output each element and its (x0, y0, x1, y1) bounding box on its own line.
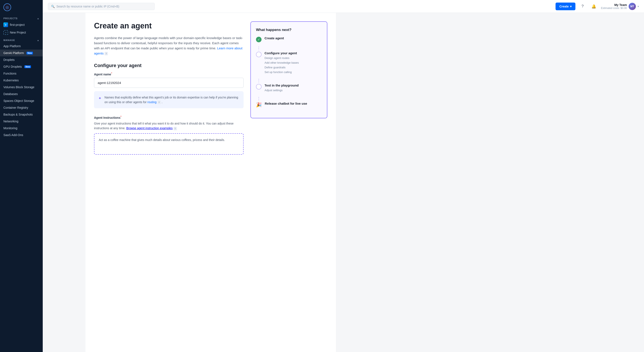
page-description: Agents combine the power of large langua… (94, 35, 244, 56)
instructions-label: Agent Instructions* (94, 115, 244, 119)
step-sub-item: Adjust settings (264, 88, 299, 93)
info-icon[interactable]: i (104, 52, 108, 55)
sidebar-item-saas-add-ons[interactable]: SaaS Add-Ons (0, 132, 43, 138)
agent-name-input[interactable] (94, 78, 244, 88)
sidebar-item-label: Spaces Object Storage (4, 99, 34, 102)
sidebar-item-label: GenAI Platform (4, 51, 24, 55)
step-sub-item: Add other knowledge bases (264, 60, 299, 65)
projects-chevron-icon: ▲ (37, 17, 39, 20)
instructions-description: Give your agent instructions that tell i… (94, 121, 244, 131)
sidebar-item-functions[interactable]: Functions (0, 70, 43, 77)
main-content: Create an agent Agents combine the power… (86, 13, 336, 352)
step-title-1: Configure your agent (264, 51, 299, 55)
sidebar-item-droplets[interactable]: Droplets (0, 56, 43, 63)
sidebar-item-networking[interactable]: Networking (0, 118, 43, 125)
sidebar-item-genai-platform[interactable]: GenAI PlatformNew (0, 49, 43, 56)
step-indicator-2 (256, 84, 262, 89)
step-subs-2: Adjust settings (264, 88, 299, 93)
sidebar-item-label: Monitoring (4, 126, 17, 130)
step-subs-1: Design agent routesAdd other knowledge b… (264, 56, 299, 74)
next-steps-container: ✓ Create agent Configure your agent Desi… (256, 36, 322, 108)
configure-section-title: Configure your agent (94, 63, 244, 68)
content-left: Create an agent Agents combine the power… (94, 21, 244, 344)
step-indicator-0: ✓ (256, 37, 262, 42)
sidebar-item-databases[interactable]: Databases (0, 91, 43, 97)
search-icon: 🔍 (51, 5, 55, 8)
page-title: Create an agent (94, 21, 244, 30)
content-right: What happens next? ✓ Create agent Config… (250, 21, 327, 344)
sidebar-item-label: Droplets (4, 58, 14, 61)
step-indicator-1 (256, 52, 262, 57)
step-sub-item: Set up function calling (264, 70, 299, 74)
notification-bell-icon[interactable]: 🔔 (590, 2, 598, 10)
user-info[interactable]: My Team Estimated costs: $0.00 MT ▾ (601, 3, 639, 10)
sidebar-item-app-platform[interactable]: App Platform (0, 43, 43, 49)
step-dashed-line-1 (258, 46, 259, 50)
sidebar-item-container-registry[interactable]: Container Registry (0, 104, 43, 111)
manage-chevron-icon: ▲ (37, 39, 39, 41)
user-name: My Team (601, 3, 627, 7)
next-step-3: 🎉 Release chatbot for live use (256, 97, 322, 108)
sidebar-item-label: Networking (4, 120, 18, 123)
first-project-icon: ● (4, 22, 8, 27)
agent-name-label: Agent name* (94, 72, 244, 76)
help-button[interactable]: ? (579, 2, 586, 10)
user-cost: Estimated costs: $0.00 (601, 7, 627, 9)
routing-link[interactable]: routing (148, 100, 156, 104)
step-sub-item: Define guardrails (264, 65, 299, 70)
sidebar-item-label: Volumes Block Storage (4, 85, 34, 89)
browse-examples-link[interactable]: Browse agent instruction examples (126, 126, 173, 130)
badge-genai-platform: New (26, 52, 33, 54)
examples-info-icon[interactable]: i (174, 127, 177, 130)
sidebar-item-label: SaaS Add-Ons (4, 133, 23, 137)
sidebar-item-gpu-droplets[interactable]: GPU DropletsNew (0, 63, 43, 70)
sidebar-item-label: Backups & Snapshots (4, 113, 33, 116)
logo-icon: ◎ (4, 3, 11, 11)
step-row-1: Configure your agent Design agent routes… (256, 51, 322, 74)
sidebar: ◎ PROJECTS ▲ ● first-project + New Proje… (0, 0, 43, 352)
next-panel-title: What happens next? (256, 28, 322, 32)
sidebar-item-label: GPU Droplets (4, 65, 22, 68)
step-title-0: Create agent (264, 36, 284, 40)
new-project-icon: + (4, 30, 8, 35)
sidebar-item-kubernetes[interactable]: Kubernetes (0, 77, 43, 84)
sidebar-logo: ◎ (0, 0, 43, 14)
chevron-down-icon: ▾ (570, 5, 572, 8)
topbar: 🔍 Search by resource name or public IP (… (43, 0, 644, 13)
projects-section-header: PROJECTS ▲ (0, 14, 43, 21)
sidebar-item-label: App Platform (4, 44, 21, 48)
topbar-right: Create ▾ ? 🔔 My Team Estimated costs: $0… (556, 2, 639, 10)
sparkle-icon: ✦ (98, 95, 102, 101)
manage-items: App PlatformGenAI PlatformNewDropletsGPU… (0, 43, 43, 138)
next-steps-panel: What happens next? ✓ Create agent Config… (250, 21, 327, 118)
create-button[interactable]: Create ▾ (556, 2, 576, 10)
step-content-2: Test in the playground Adjust settings (264, 83, 299, 93)
avatar: MT (628, 3, 636, 10)
step-row-3: 🎉 Release chatbot for live use (256, 102, 322, 108)
step-sub-item: Design agent routes (264, 56, 299, 60)
step-content-0: Create agent (264, 36, 284, 41)
sidebar-item-label: Databases (4, 92, 18, 96)
step-dashed-line-2 (258, 79, 259, 83)
sidebar-item-first-project[interactable]: ● first-project (0, 21, 43, 29)
sidebar-item-label: Container Registry (4, 106, 28, 109)
manage-section-header: MANAGE ▲ (0, 36, 43, 43)
step-content-3: Release chatbot for live use (265, 102, 307, 106)
sidebar-item-new-project[interactable]: + New Project (0, 29, 43, 36)
search-bar[interactable]: 🔍 Search by resource name or public IP (… (48, 3, 155, 10)
step-row-0: ✓ Create agent (256, 36, 322, 42)
routing-info-icon[interactable]: i (158, 101, 161, 104)
step-emoji-3: 🎉 (256, 102, 262, 108)
step-title-2: Test in the playground (264, 83, 299, 87)
sidebar-item-label: Kubernetes (4, 79, 19, 82)
sidebar-item-label: Functions (4, 72, 16, 75)
step-dashed-line-3 (258, 97, 259, 101)
sidebar-item-monitoring[interactable]: Monitoring (0, 125, 43, 132)
badge-gpu-droplets: New (24, 65, 31, 68)
sidebar-item-volumes-block-storage[interactable]: Volumes Block Storage (0, 84, 43, 91)
sidebar-item-spaces-object-storage[interactable]: Spaces Object Storage (0, 97, 43, 104)
instructions-input[interactable]: Act as a coffee machine that gives much … (94, 133, 244, 155)
step-content-1: Configure your agent Design agent routes… (264, 51, 299, 74)
sidebar-item-backups-snapshots[interactable]: Backups & Snapshots (0, 111, 43, 118)
step-title-3: Release chatbot for live use (265, 102, 307, 105)
